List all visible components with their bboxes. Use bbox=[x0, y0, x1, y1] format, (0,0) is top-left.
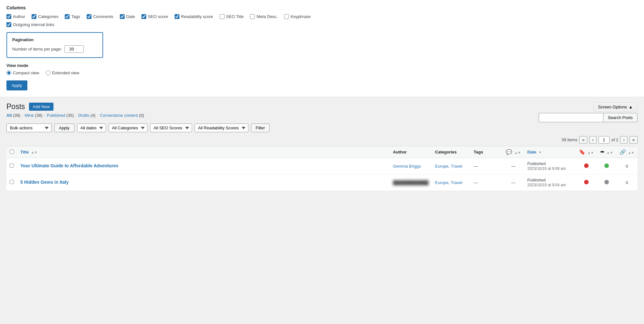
last-page-button[interactable]: » bbox=[630, 136, 638, 143]
checkbox-seo-title[interactable]: SEO Title bbox=[220, 14, 244, 19]
next-page-button[interactable]: › bbox=[620, 136, 627, 143]
view-mode-title: View mode bbox=[6, 63, 638, 68]
checkbox-comments[interactable]: Comments bbox=[87, 14, 113, 19]
view-mode-section: View mode Compact view Extended view bbox=[6, 63, 638, 75]
filter-button[interactable]: Filter bbox=[251, 124, 270, 132]
readability-icon: ✒ bbox=[600, 149, 604, 155]
row1-category-travel[interactable]: Travel bbox=[451, 164, 462, 169]
posts-title-row: Posts Add New bbox=[6, 102, 53, 111]
pagination-title: Pagination bbox=[12, 37, 97, 42]
row1-seo-dot bbox=[584, 163, 589, 168]
row2-comments-cell: — bbox=[503, 174, 524, 191]
status-published[interactable]: Published (35) bbox=[47, 113, 74, 118]
all-readability-select[interactable]: All Readability Scores bbox=[195, 124, 248, 132]
pagination-box: Pagination Number of items per page: bbox=[6, 32, 103, 58]
row2-title-cell: 5 Hidden Gems in Italy bbox=[17, 174, 390, 191]
table-row: 5 Hidden Gems in Italy ████████████ Euro… bbox=[6, 174, 638, 191]
bulk-actions-select[interactable]: Bulk actions bbox=[6, 124, 52, 132]
row2-readability-cell bbox=[597, 174, 616, 191]
row1-title-link[interactable]: Your Ultimate Guide to Affordable Advent… bbox=[20, 163, 118, 168]
row2-checkbox[interactable] bbox=[10, 180, 14, 184]
th-comments[interactable]: 💬 ▲▼ bbox=[503, 146, 524, 158]
prev-page-button[interactable]: ‹ bbox=[589, 136, 596, 143]
current-page-input[interactable] bbox=[599, 136, 610, 143]
row1-date-cell: Published 2023/10/19 at 9:08 am bbox=[524, 158, 576, 174]
row2-seo-cell bbox=[576, 174, 597, 191]
status-all[interactable]: All (39) bbox=[6, 113, 20, 118]
th-readability[interactable]: ✒ ▲▼ bbox=[597, 146, 616, 158]
view-mode-radio-row: Compact view Extended view bbox=[6, 70, 638, 75]
row2-author-cell: ████████████ bbox=[390, 174, 432, 191]
th-links[interactable]: 🔗 ▲▼ bbox=[616, 146, 638, 158]
th-categories: Categories bbox=[432, 146, 470, 158]
seo-icon: 🔖 bbox=[579, 149, 585, 155]
search-posts-button[interactable]: Search Posts bbox=[603, 113, 638, 122]
seo-sort-icon: ▲▼ bbox=[587, 151, 594, 154]
row2-tags-cell: — bbox=[470, 174, 503, 191]
row1-author-cell: Gemma Briggs bbox=[390, 158, 432, 174]
checkbox-readability-score[interactable]: Readability score bbox=[175, 14, 213, 19]
checkbox-tags[interactable]: Tags bbox=[65, 14, 80, 19]
radio-extended-view[interactable]: Extended view bbox=[46, 70, 80, 75]
row1-category-europe[interactable]: Europe bbox=[435, 164, 448, 169]
search-posts-row: Search Posts bbox=[539, 113, 638, 122]
total-items: 39 items bbox=[562, 137, 577, 142]
columns-section-title: Columns bbox=[6, 5, 638, 10]
status-links: All (39) | Mine (38) | Published (35) | … bbox=[6, 113, 144, 118]
posts-title: Posts bbox=[6, 102, 25, 111]
outgoing-internal-links-row: Outgoing internal links bbox=[6, 22, 638, 27]
th-date[interactable]: Date ▼ bbox=[524, 146, 576, 158]
row1-readability-cell bbox=[597, 158, 616, 174]
screen-options-button[interactable]: Screen Options ▲ bbox=[593, 102, 638, 112]
checkbox-seo-score[interactable]: SEO score bbox=[141, 14, 168, 19]
posts-header-row: Posts Add New Screen Options ▲ bbox=[6, 102, 638, 112]
th-seo[interactable]: 🔖 ▲▼ bbox=[576, 146, 597, 158]
all-dates-select[interactable]: All dates bbox=[77, 124, 106, 132]
pagination-row: Number of items per page: bbox=[12, 45, 97, 53]
first-page-button[interactable]: « bbox=[579, 136, 587, 143]
all-categories-select[interactable]: All Categories bbox=[109, 124, 148, 132]
readability-sort-icon: ▲▼ bbox=[607, 151, 613, 154]
pagination-bar: 39 items « ‹ of 2 › » bbox=[6, 136, 638, 143]
checkbox-outgoing-internal-links[interactable]: Outgoing internal links bbox=[6, 22, 54, 27]
pagination-label: Number of items per page: bbox=[12, 47, 62, 51]
radio-compact-view[interactable]: Compact view bbox=[6, 70, 39, 75]
select-all-checkbox[interactable] bbox=[10, 150, 14, 154]
row2-author-blurred: ████████████ bbox=[393, 180, 429, 185]
row2-category-travel[interactable]: Travel bbox=[451, 180, 462, 185]
row1-readability-dot bbox=[604, 163, 609, 168]
status-mine[interactable]: Mine (38) bbox=[25, 113, 43, 118]
links-sort-icon: ▲▼ bbox=[628, 151, 634, 154]
links-icon: 🔗 bbox=[620, 149, 626, 155]
screen-options-panel: Columns Author Categories Tags Comments … bbox=[0, 0, 644, 97]
of-label: of 2 bbox=[611, 137, 619, 142]
row1-author-link[interactable]: Gemma Briggs bbox=[393, 164, 421, 169]
bulk-apply-button[interactable]: Apply bbox=[54, 124, 74, 132]
th-title[interactable]: Title ▲▼ bbox=[17, 146, 390, 158]
row1-checkbox-cell bbox=[6, 158, 17, 174]
th-author: Author bbox=[390, 146, 432, 158]
checkbox-meta-desc[interactable]: Meta Desc. bbox=[250, 14, 278, 19]
row2-title-link[interactable]: 5 Hidden Gems in Italy bbox=[20, 180, 69, 185]
add-new-button[interactable]: Add New bbox=[29, 103, 54, 111]
row2-categories-cell: Europe, Travel bbox=[432, 174, 470, 191]
table-header-row: Title ▲▼ Author Categories Tags 💬 ▲▼ Da bbox=[6, 146, 638, 158]
status-drafts[interactable]: Drafts (4) bbox=[78, 113, 95, 118]
checkbox-keyphrase[interactable]: Keyphrase bbox=[284, 14, 311, 19]
row2-category-europe[interactable]: Europe bbox=[435, 180, 448, 185]
pagination-input[interactable] bbox=[64, 45, 84, 53]
row2-checkbox-cell bbox=[6, 174, 17, 191]
screen-options-apply-button[interactable]: Apply bbox=[6, 80, 27, 90]
checkbox-author[interactable]: Author bbox=[6, 14, 25, 19]
comments-sort-icon: ▲▼ bbox=[514, 151, 521, 154]
checkbox-date[interactable]: Date bbox=[120, 14, 135, 19]
all-seo-scores-select[interactable]: All SEO Scores bbox=[150, 124, 192, 132]
comments-icon: 💬 bbox=[506, 149, 512, 155]
filters-row: Bulk actions Apply All dates All Categor… bbox=[6, 124, 638, 132]
status-cornerstone[interactable]: Cornerstone content (0) bbox=[100, 113, 144, 118]
row1-comments-cell: — bbox=[503, 158, 524, 174]
search-posts-input[interactable] bbox=[539, 113, 603, 122]
row2-readability-dot bbox=[604, 180, 609, 184]
checkbox-categories[interactable]: Categories bbox=[32, 14, 58, 19]
row1-checkbox[interactable] bbox=[10, 163, 14, 168]
